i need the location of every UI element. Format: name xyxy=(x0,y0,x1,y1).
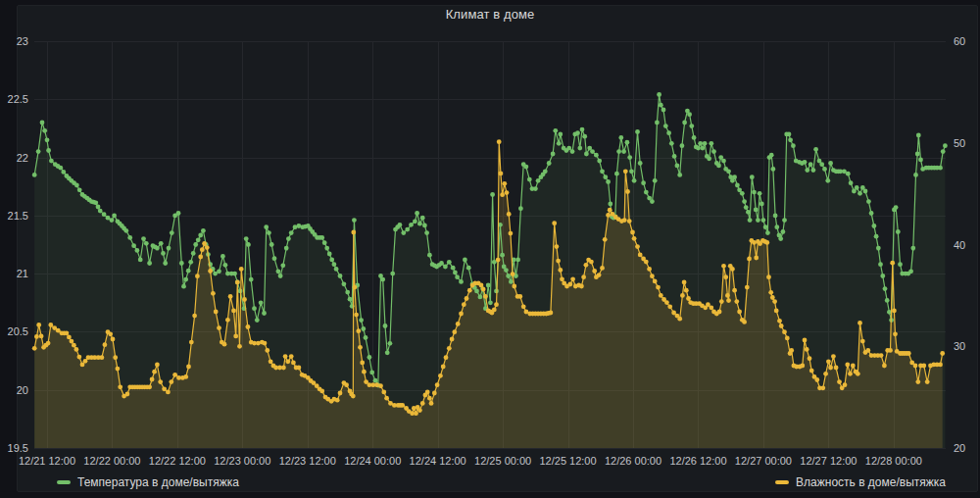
left-axis-tick: 22.5 xyxy=(8,93,28,105)
left-axis-tick: 21.5 xyxy=(8,210,28,222)
x-axis-tick: 12/27 00:00 xyxy=(735,455,792,467)
humidity-series-label: Влажность в доме/вытяжка xyxy=(796,475,946,489)
right-axis-tick: 30 xyxy=(954,340,965,352)
time-series-chart[interactable]: 2322.52221.52120.52019.5605040302012/21 … xyxy=(0,0,980,498)
grafana-panel-stage: 2322.52221.52120.52019.5605040302012/21 … xyxy=(0,0,980,498)
x-axis-tick: 12/27 12:00 xyxy=(800,455,857,467)
left-axis-tick: 19.5 xyxy=(8,442,28,454)
x-axis-tick: 12/21 12:00 xyxy=(19,455,75,467)
legend-item-temperature[interactable]: Температура в доме/вытяжка xyxy=(57,473,239,491)
x-axis-tick: 12/25 00:00 xyxy=(474,455,531,467)
x-axis-tick: 12/24 00:00 xyxy=(344,455,401,467)
x-axis-tick: 12/22 12:00 xyxy=(149,455,206,467)
left-axis-tick: 22 xyxy=(17,152,28,164)
x-axis-tick: 12/26 12:00 xyxy=(669,455,726,467)
left-axis-tick: 21 xyxy=(17,268,28,279)
left-axis-tick: 23 xyxy=(17,35,28,47)
x-axis-tick: 12/22 00:00 xyxy=(83,455,140,467)
x-axis-tick: 12/28 00:00 xyxy=(865,455,922,467)
temperature-series-label: Температура в доме/вытяжка xyxy=(77,475,239,489)
left-axis-tick: 20 xyxy=(17,384,28,396)
x-axis-tick: 12/26 00:00 xyxy=(605,455,662,467)
humidity-series-color-dash xyxy=(775,480,789,484)
right-axis-tick: 20 xyxy=(954,442,965,454)
legend: Температура в доме/вытяжка Влажность в д… xyxy=(0,473,980,491)
legend-item-humidity[interactable]: Влажность в доме/вытяжка xyxy=(775,473,946,491)
right-axis-tick: 40 xyxy=(954,239,965,251)
x-axis-tick: 12/23 12:00 xyxy=(279,455,336,467)
x-axis-tick: 12/25 12:00 xyxy=(540,455,597,467)
x-axis-tick: 12/23 00:00 xyxy=(214,455,270,467)
temperature-series-color-dash xyxy=(57,480,71,484)
left-axis-tick: 20.5 xyxy=(8,325,28,337)
panel-title[interactable]: Климат в доме xyxy=(0,7,980,22)
x-axis-tick: 12/24 12:00 xyxy=(410,455,466,467)
right-axis-tick: 60 xyxy=(954,35,965,47)
right-axis-tick: 50 xyxy=(954,137,965,149)
